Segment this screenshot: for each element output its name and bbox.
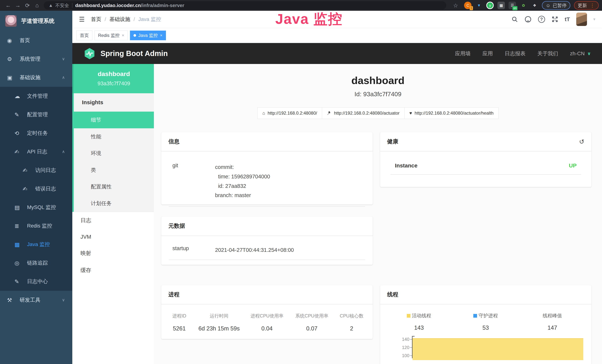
not-secure-warning-icon: ▲ bbox=[49, 3, 53, 8]
tag-home[interactable]: 首页 bbox=[76, 31, 92, 40]
sba-item-scheduled-tasks[interactable]: 计划任务 bbox=[74, 195, 154, 212]
address-bar[interactable]: ▲ 不安全 dashboard.yudao.iocoder.cn/infra/a… bbox=[44, 1, 446, 10]
app-title: 芋道管理系统 bbox=[21, 17, 54, 25]
extension-grid-icon[interactable]: ▦ bbox=[497, 2, 505, 9]
threads-card-title: 线程 bbox=[387, 291, 398, 298]
user-avatar[interactable] bbox=[576, 13, 587, 26]
update-button[interactable]: 更新 ⋮ bbox=[574, 1, 599, 10]
sba-menu-wallboard[interactable]: 应用墙 bbox=[455, 50, 471, 57]
instance-links: ⌂ http://192.168.0.2:48080/ http://192.1… bbox=[161, 107, 595, 119]
sba-brand[interactable]: Spring Boot Admin bbox=[83, 47, 168, 60]
instance-header[interactable]: dashboard 93a3fc7f7409 bbox=[72, 64, 154, 93]
tag-redis-monitor[interactable]: Redis 监控 × bbox=[95, 31, 128, 40]
health-status-badge: UP bbox=[569, 162, 577, 169]
sba-item-logs[interactable]: 日志 bbox=[72, 212, 154, 229]
bookmark-star-icon[interactable]: ☆ bbox=[451, 2, 460, 9]
health-card-title: 健康 bbox=[387, 138, 398, 145]
sba-language-select[interactable]: zh-CN ∨ bbox=[570, 51, 591, 57]
threads-chart: 140 120 100 bbox=[398, 336, 583, 358]
font-size-icon[interactable]: tT bbox=[565, 16, 570, 22]
browser-menu-icon[interactable]: ⋮ bbox=[590, 3, 595, 8]
sba-menu-about[interactable]: 关于我们 bbox=[537, 50, 558, 57]
sidebar-item-redis-monitor[interactable]: ≣ Redis 监控 bbox=[0, 217, 72, 235]
home-icon[interactable]: ⌂ bbox=[32, 2, 42, 9]
active-dot bbox=[133, 34, 136, 37]
metadata-card-title: 元数据 bbox=[168, 222, 185, 230]
sidebar-item-files[interactable]: ☁ 文件管理 bbox=[0, 87, 72, 105]
breadcrumb-home[interactable]: 首页 bbox=[91, 16, 101, 23]
sba-item-config-props[interactable]: 配置属性 bbox=[74, 178, 154, 195]
security-label[interactable]: 不安全 bbox=[55, 2, 69, 9]
sidebar-item-api-logs[interactable]: ✍ API 日志 ∧ bbox=[0, 142, 72, 161]
sidebar-item-error-logs[interactable]: ✍ 错误日志 bbox=[0, 180, 72, 198]
sidebar-item-log-center[interactable]: ✎ 日志中心 bbox=[0, 272, 72, 291]
close-icon[interactable]: × bbox=[160, 33, 162, 38]
sba-item-details[interactable]: 细节 bbox=[72, 112, 154, 128]
actuator-url-link[interactable]: http://192.168.0.2:48080/actuator bbox=[322, 107, 405, 119]
divider bbox=[390, 174, 581, 175]
extension-on-icon[interactable]: ☰on bbox=[509, 2, 516, 9]
extension-leaf-icon[interactable]: ✿ bbox=[520, 2, 527, 9]
sidebar-item-infrastructure[interactable]: ▣ 基础设施 ∧ bbox=[0, 68, 72, 87]
extension-orange-icon[interactable]: C1 bbox=[464, 2, 472, 9]
wrench-icon bbox=[327, 111, 331, 115]
sba-item-caches[interactable]: 缓存 bbox=[72, 262, 154, 279]
instance-id: 93a3fc7f7409 bbox=[76, 80, 152, 86]
service-url-link[interactable]: ⌂ http://192.168.0.2:48080/ bbox=[257, 107, 322, 119]
user-menu-caret-icon[interactable]: ▾ bbox=[593, 17, 595, 22]
heart-icon: ♥ bbox=[409, 110, 412, 116]
sba-menu-journal[interactable]: 日志报表 bbox=[505, 50, 526, 57]
help-icon[interactable]: ? bbox=[538, 16, 545, 23]
sba-logo-icon bbox=[83, 47, 96, 60]
paused-badge[interactable]: ☺ 已暂停 bbox=[542, 1, 570, 10]
breadcrumb-infrastructure[interactable]: 基础设施 bbox=[109, 16, 130, 23]
sidebar-item-home[interactable]: ◉ 首页 bbox=[0, 31, 72, 50]
forward-icon[interactable]: → bbox=[13, 2, 23, 9]
url-path[interactable]: /infra/admin-server bbox=[141, 3, 184, 8]
sba-item-classes[interactable]: 类 bbox=[74, 162, 154, 178]
threads-legend: 活动线程 守护进程 线程峰值 bbox=[380, 304, 591, 319]
extension-pin-icon[interactable]: ▼ bbox=[475, 2, 483, 9]
url-host[interactable]: dashboard.yudao.iocoder.cn bbox=[75, 3, 141, 8]
metadata-value: 2021-04-27T00:44:31.254+08:00 bbox=[215, 245, 294, 255]
search-icon[interactable] bbox=[511, 16, 518, 23]
close-icon[interactable]: × bbox=[122, 33, 124, 38]
database-icon: ▤ bbox=[14, 204, 23, 211]
sidebar-item-system[interactable]: ⚙ 系统管理 ∨ bbox=[0, 50, 72, 68]
toolbox-icon: ⚒ bbox=[7, 297, 15, 303]
system-cpu: 0.07 bbox=[290, 325, 334, 332]
monitor-icon: ▣ bbox=[7, 74, 15, 81]
sidebar-item-scheduled-jobs[interactable]: ⟲ 定时任务 bbox=[0, 124, 72, 142]
navbar-actions: ? tT ▾ bbox=[511, 13, 595, 26]
github-icon[interactable] bbox=[524, 16, 532, 23]
chart-y-axis: 140 120 100 bbox=[398, 336, 412, 358]
sidebar-item-dev-tools[interactable]: ⚒ 研发工具 ∨ bbox=[0, 291, 72, 309]
screen: ← → ⟳ ⌂ ▲ 不安全 dashboard.yudao.iocoder.cn… bbox=[0, 0, 602, 364]
history-icon[interactable]: ↺ bbox=[579, 138, 585, 145]
sidebar-item-tracing[interactable]: ◎ 链路追踪 bbox=[0, 254, 72, 272]
admin-sidebar: 芋道管理系统 ◉ 首页 ⚙ 系统管理 ∨ ▣ 基础设施 ∧ ☁ 文件管理 bbox=[0, 11, 72, 364]
metadata-card: 元数据 startup 2021-04-27T00:44:31.254+08:0… bbox=[161, 217, 373, 265]
extension-y-icon[interactable]: y bbox=[486, 2, 494, 9]
sba-item-metrics[interactable]: 性能 bbox=[74, 128, 154, 145]
home-icon: ⌂ bbox=[262, 110, 265, 116]
sidebar-item-java-monitor[interactable]: ▩ Java 监控 bbox=[0, 235, 72, 254]
back-icon[interactable]: ← bbox=[3, 2, 13, 9]
sidebar-item-config[interactable]: ✎ 配置管理 bbox=[0, 105, 72, 124]
reload-icon[interactable]: ⟳ bbox=[23, 2, 32, 9]
sidebar-item-mysql-monitor[interactable]: ▤ MySQL 监控 bbox=[0, 198, 72, 217]
health-instance-label[interactable]: Instance bbox=[395, 162, 418, 169]
health-url-link[interactable]: ♥ http://192.168.0.2:48080/actuator/heal… bbox=[405, 107, 499, 119]
sba-item-environment[interactable]: 环境 bbox=[74, 145, 154, 162]
sba-item-jvm[interactable]: JVM bbox=[72, 229, 154, 245]
tag-java-monitor[interactable]: Java 监控 × bbox=[130, 31, 166, 40]
hamburger-icon[interactable]: ☰ bbox=[79, 16, 85, 23]
sidebar-item-access-logs[interactable]: ✍ 访问日志 bbox=[0, 161, 72, 180]
fullscreen-icon[interactable] bbox=[551, 16, 559, 23]
sba-menu-applications[interactable]: 应用 bbox=[483, 50, 493, 57]
infrastructure-submenu: ☁ 文件管理 ✎ 配置管理 ⟲ 定时任务 ✍ API 日志 ∧ ✍ bbox=[0, 87, 72, 291]
cpu-cores: 2 bbox=[334, 325, 369, 332]
process-cpu: 0.04 bbox=[245, 325, 290, 332]
extensions-puzzle-icon[interactable]: ❖ bbox=[531, 2, 538, 9]
sba-item-mappings[interactable]: 映射 bbox=[72, 245, 154, 262]
